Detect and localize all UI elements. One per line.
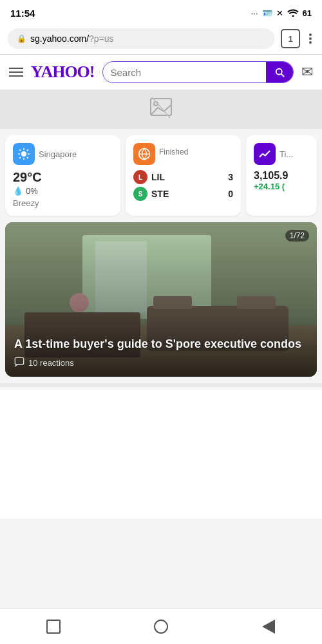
weather-icon <box>13 143 35 165</box>
hamburger-line <box>9 68 23 69</box>
finance-icon <box>254 143 276 165</box>
yahoo-header: YAHOO! ✉ <box>0 55 322 90</box>
team-ste-logo: S <box>133 187 147 201</box>
url-text: sg.yahoo.com/?p=us <box>30 33 114 44</box>
hamburger-line <box>9 75 23 77</box>
reactions-count: 10 reactions <box>28 358 74 368</box>
sports-icon <box>133 143 155 165</box>
finance-widget[interactable]: Ti... 3,105.9 +24.15 ( <box>246 135 317 216</box>
svg-rect-19 <box>15 357 23 365</box>
hamburger-line <box>9 71 23 73</box>
sports-widget[interactable]: Finished L LIL 3 S STE 0 <box>126 135 241 216</box>
stop-button[interactable] <box>44 618 62 636</box>
team2-row: S STE 0 <box>133 187 233 201</box>
sports-status: Finished <box>159 147 188 156</box>
status-icons: ··· 🪪 ✕ 61 <box>251 8 312 19</box>
chat-icon <box>14 357 24 369</box>
battery-x-icon: ✕ <box>276 8 283 18</box>
battery-level: 61 <box>303 8 312 18</box>
finance-label: Ti... <box>279 149 293 159</box>
svg-point-6 <box>21 151 26 156</box>
content-area <box>0 390 322 518</box>
status-bar: 11:54 ··· 🪪 ✕ 61 <box>0 0 322 23</box>
section-separator <box>0 383 322 387</box>
search-input[interactable] <box>103 62 267 82</box>
bottom-navigation <box>0 608 322 644</box>
browser-bar: 🔒 sg.yahoo.com/?p=us 1 <box>0 23 322 55</box>
finance-value: 3,105.9 <box>254 170 309 182</box>
sim-icon: 🪪 <box>262 8 272 18</box>
weather-header: Singapore <box>13 143 113 165</box>
finance-header: Ti... <box>254 143 309 165</box>
news-counter: 1/72 <box>285 230 309 242</box>
search-bar[interactable] <box>102 61 294 83</box>
news-content: A 1st-time buyer's guide to S'pore execu… <box>5 329 317 377</box>
url-main: sg.yahoo.com/ <box>30 33 89 44</box>
weather-widget[interactable]: Singapore 29°C 💧 0% Breezy <box>5 135 120 216</box>
team1-score: 3 <box>228 172 233 182</box>
url-bar[interactable]: 🔒 sg.yahoo.com/?p=us <box>8 28 274 49</box>
hamburger-menu[interactable] <box>9 68 23 77</box>
tab-button[interactable]: 1 <box>281 29 300 48</box>
svg-line-1 <box>151 108 158 115</box>
widgets-row: Singapore 29°C 💧 0% Breezy Finished L LI… <box>0 129 322 222</box>
news-card[interactable]: 1/72 A 1st-time buyer's guide to S'pore … <box>5 222 317 377</box>
drop-icon: 💧 <box>13 186 23 196</box>
url-suffix: ?p=us <box>89 33 114 44</box>
sports-header: Finished <box>133 143 233 165</box>
gray-banner <box>0 90 322 129</box>
square-icon <box>46 620 61 634</box>
weather-location: Singapore <box>39 149 77 159</box>
more-button[interactable] <box>307 31 314 46</box>
search-icon <box>274 66 285 78</box>
finance-change: +24.15 ( <box>254 182 309 191</box>
search-button[interactable] <box>266 62 293 82</box>
weather-temperature: 29°C <box>13 170 113 185</box>
status-time: 11:54 <box>10 8 35 19</box>
lock-icon: 🔒 <box>17 34 26 43</box>
team2-score: 0 <box>228 189 233 199</box>
back-button[interactable] <box>260 618 278 636</box>
yahoo-logo: YAHOO! <box>31 62 95 82</box>
team-lil-logo: L <box>133 170 147 184</box>
triangle-icon <box>262 620 275 634</box>
news-reactions: 10 reactions <box>14 357 308 369</box>
signal-icon: ··· <box>251 8 258 18</box>
team2-name: STE <box>151 189 224 199</box>
humidity-value: 0% <box>26 186 38 196</box>
mail-icon[interactable]: ✉ <box>301 64 313 80</box>
news-title: A 1st-time buyer's guide to S'pore execu… <box>14 337 308 352</box>
team1-row: L LIL 3 <box>133 170 233 184</box>
circle-icon <box>154 620 168 634</box>
weather-humidity: 💧 0% <box>13 186 113 196</box>
svg-line-3 <box>164 105 171 111</box>
weather-description: Breezy <box>13 198 113 208</box>
home-button[interactable] <box>152 618 170 636</box>
wifi-icon <box>287 8 299 19</box>
team1-name: LIL <box>151 172 224 182</box>
broken-image-icon <box>149 96 173 124</box>
